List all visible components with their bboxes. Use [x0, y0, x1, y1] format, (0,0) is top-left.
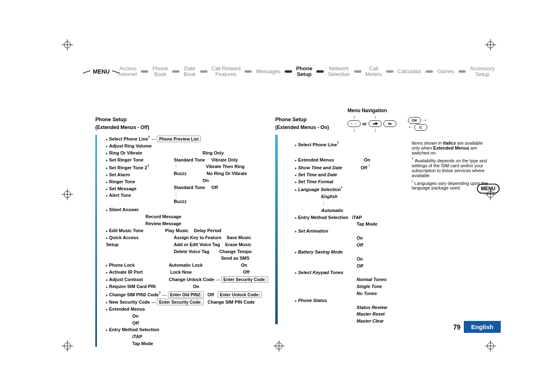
crumb-phone-setup: PhoneSetup	[296, 66, 313, 77]
svg-point-6	[64, 191, 71, 198]
language-tab: English	[464, 321, 501, 333]
opt-assign-key: Assign Key to Feature	[174, 235, 221, 240]
item-set-ringer-tone-2: Set Ringer Tone 2†	[109, 165, 150, 170]
opt-off: Off	[132, 321, 139, 325]
svg-point-3	[487, 42, 494, 48]
svg-point-0	[64, 42, 71, 48]
crop-mark-icon	[485, 340, 496, 352]
crop-mark-icon	[62, 189, 73, 200]
opt-lock-now: Lock Now	[170, 270, 192, 274]
item-extended-menus: Extended Menus	[109, 307, 145, 311]
opt-itap: iTAP	[352, 215, 362, 220]
opt-change-unlock-code: Change Unlock Code	[169, 277, 214, 282]
crumb-call-related: Call RelatedFeatures	[212, 66, 241, 77]
opt-on: On	[193, 284, 199, 289]
item-ringer-tone: Ringer Tone	[109, 179, 135, 184]
item-battery-saving: Battery Saving Mode	[298, 249, 343, 254]
opt-on: On	[357, 256, 363, 261]
opt-single-tone: Single Tone	[357, 284, 382, 289]
enter-security-code-box: Enter Security Code:	[221, 276, 268, 283]
opt-erase-music: Erase Music	[225, 242, 251, 247]
link-icon	[200, 70, 207, 73]
link-icon	[141, 70, 148, 73]
panel-subtitle: (Extended Menus - On)	[275, 124, 411, 131]
enter-unlock-code-box: Enter Unlock Code:	[218, 291, 262, 298]
page-number: 79	[453, 324, 461, 331]
panel-title: Phone Setup	[275, 116, 411, 123]
crop-mark-icon	[62, 39, 73, 51]
opt-english: English	[321, 194, 338, 199]
link-icon	[354, 70, 362, 73]
item-ring-or-vibrate: Ring Or Vibrate	[109, 150, 142, 155]
crumb-access-internet: AccessInternet	[119, 66, 137, 77]
note-italics: Items shown in Italics are available onl…	[412, 141, 490, 155]
opt-off: Off	[211, 185, 218, 190]
crop-mark-icon	[485, 39, 496, 51]
crumb-accessory-setup: AccessorySetup	[470, 66, 495, 77]
opt-automatic: Automatic	[321, 208, 343, 213]
enter-old-pin2-box: Enter Old PIN2:	[168, 291, 204, 298]
note-star: * Languages vary depending upon the lang…	[412, 180, 490, 191]
panel-title: Phone Setup	[95, 116, 268, 123]
opt-delete-voice-tag: Delete Voice Tag	[174, 249, 209, 254]
opt-buzzz: Buzzz	[174, 171, 187, 176]
breadcrumb-ribbon: MENU AccessInternet PhoneBook DateBook C…	[90, 66, 499, 77]
arrow-right-icon: →	[422, 117, 427, 123]
link-icon	[316, 70, 324, 73]
item-set-ringer-tone: Set Ringer Tone	[109, 157, 144, 162]
opt-vibrate-then-ring: Vibrate Then Ring	[206, 164, 244, 169]
opt-buzzz: Buzzz	[174, 199, 187, 204]
opt-off: Off	[357, 242, 363, 247]
item-silent-answer: Silent Answer	[109, 207, 139, 212]
item-phone-status: Phone Status	[298, 298, 327, 303]
item-setup: Setup	[106, 242, 119, 247]
svg-point-18	[487, 343, 494, 349]
opt-normal-tones: Normal Tones	[357, 277, 387, 282]
item-set-message: Set Message	[109, 186, 137, 191]
opt-vibrate-only: Vibrate Only	[211, 157, 238, 162]
opt-tap-mode: Tap Mode	[132, 341, 153, 346]
opt-on: On	[132, 314, 138, 318]
item-adjust-contrast: Adjust Contrast	[109, 277, 143, 282]
opt-standard-tone: Standard Tone	[174, 157, 205, 162]
link-icon	[386, 70, 394, 73]
legend-title: Menu Navigation	[348, 108, 387, 113]
opt-add-voice-tag: Add or Edit Voice Tag	[174, 242, 220, 247]
item-set-animation: Set Animation	[298, 228, 329, 233]
opt-change-sim-pin: Change SIM PIN Code	[207, 300, 255, 304]
opt-change-tempo: Change Tempo	[219, 249, 252, 254]
item-activate-ir: Activate IR Port	[109, 270, 143, 274]
opt-itap: iTAP	[132, 334, 142, 339]
enter-security-code-box-2: Enter Security Code:	[157, 299, 204, 305]
crumb-call-meters: CallMeters	[366, 66, 382, 77]
item-adjust-ring-volume: Adjust Ring Volume	[109, 143, 152, 148]
opt-master-clear: Master Clear	[357, 318, 384, 323]
crumb-date-book: DateBook	[184, 66, 196, 77]
opt-no-ring-or-vibrate: No Ring Or Vibrate	[207, 171, 247, 176]
opt-ring-only: Ring Only	[203, 150, 224, 155]
c-key-icon: C	[414, 124, 427, 131]
opt-off: Off	[357, 263, 363, 268]
item-select-phone-line-on: Select Phone Line†	[298, 142, 339, 147]
crumb-calculator: Calculator	[398, 69, 422, 74]
opt-save-music: Save Music	[226, 235, 251, 240]
item-edit-music-tone: Edit Music Tone	[109, 228, 144, 233]
link-icon	[172, 70, 180, 73]
item-set-time-format: Set Time Format	[298, 179, 334, 184]
link-icon	[244, 70, 252, 73]
item-new-security-code: New Security Code	[109, 300, 150, 304]
link-icon	[426, 70, 433, 73]
phone-preview-list-box: Phone Preview List	[157, 136, 200, 142]
opt-review-message: Review Message	[145, 221, 181, 226]
crumb-messages: Messages	[256, 69, 280, 74]
crumb-phone-book: PhoneBook	[152, 66, 168, 77]
opt-delay-period: Delay Period	[194, 228, 221, 233]
crop-mark-icon	[273, 340, 285, 352]
item-phone-lock: Phone Lock	[109, 263, 135, 267]
opt-status-review: Status Review	[357, 305, 387, 310]
phone-setup-on-tree: Phone Setup (Extended Menus - On) Select…	[275, 116, 411, 325]
item-entry-method-on: Entry Method Selection	[298, 215, 348, 220]
side-notes: Items shown in Italics are available onl…	[412, 139, 490, 192]
link-icon	[285, 70, 292, 73]
item-set-time-date: Set Time and Date	[298, 172, 337, 177]
